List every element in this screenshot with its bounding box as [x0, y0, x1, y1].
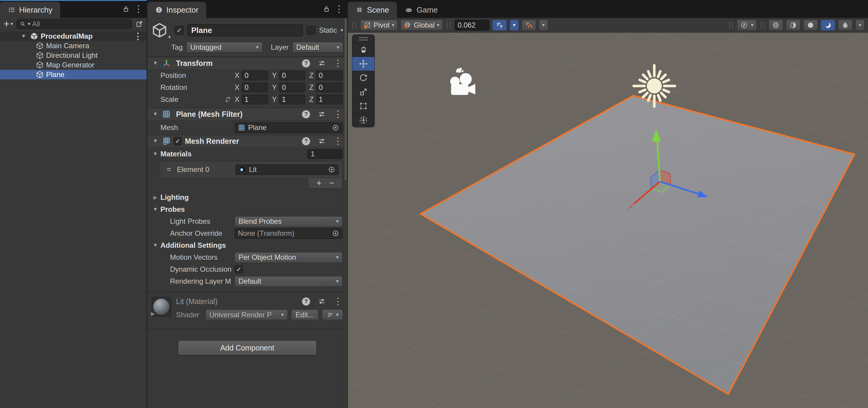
foldout-open-icon[interactable]: ▼: [151, 60, 159, 66]
gameobject-icon-selector[interactable]: ▾: [151, 22, 171, 38]
hierarchy-item-scene-root[interactable]: ▼ ProceduralMap ⋮: [0, 31, 147, 41]
lighting-foldout-row[interactable]: ▶ Lighting: [147, 192, 347, 203]
link-broken-icon[interactable]: [224, 96, 232, 103]
component-menu-icon[interactable]: ⋮: [334, 137, 342, 146]
hierarchy-search-input[interactable]: ▾ All: [16, 19, 132, 29]
object-picker-icon[interactable]: [328, 166, 335, 173]
toolbar-drag-handle[interactable]: [761, 22, 765, 29]
rotation-z-field[interactable]: 0: [316, 83, 342, 92]
layer-dropdown[interactable]: Default ▾: [292, 42, 343, 52]
inspector-scrollbar[interactable]: [344, 18, 347, 408]
lock-icon[interactable]: [323, 5, 331, 13]
shader-edit-button[interactable]: Edit...: [291, 310, 318, 320]
create-object-button[interactable]: + ▾: [4, 20, 13, 28]
position-y-field[interactable]: 0: [279, 71, 305, 80]
grid-snap-dropdown[interactable]: ▾: [510, 20, 519, 31]
rect-tool[interactable]: [352, 99, 374, 113]
draw-mode-button[interactable]: ▾: [737, 20, 757, 31]
move-tool[interactable]: [352, 57, 374, 71]
shaded-mode-toggle[interactable]: [803, 20, 818, 31]
presets-icon[interactable]: [318, 110, 326, 118]
help-icon[interactable]: ?: [302, 137, 310, 145]
pivot-mode-button[interactable]: Pivot ▾: [360, 20, 398, 31]
foldout-open-icon[interactable]: ▼: [151, 111, 159, 117]
presets-icon[interactable]: [318, 59, 326, 67]
tab-inspector[interactable]: Inspector: [147, 2, 206, 18]
static-flags-caret-icon[interactable]: ▾: [341, 28, 343, 33]
material-inspector-header[interactable]: ▶ Lit (Material) ? ⋮ Shader Universal Re…: [147, 291, 347, 324]
overlay-drag-handle[interactable]: [352, 35, 374, 42]
scene-lighting-toggle[interactable]: [821, 20, 835, 31]
scale-z-field[interactable]: 1: [316, 95, 342, 104]
foldout-closed-icon[interactable]: ▶: [151, 195, 159, 201]
hierarchy-item-map-generator[interactable]: Map Generator: [0, 60, 147, 70]
search-filter-caret-icon[interactable]: ▾: [28, 22, 30, 26]
snap-increment-button[interactable]: [522, 20, 536, 31]
motion-vectors-dropdown[interactable]: Per Object Motion ▾: [235, 252, 342, 263]
shader-dropdown[interactable]: Universal Render P ▾: [206, 310, 288, 320]
rotation-y-field[interactable]: 0: [279, 83, 305, 92]
additional-settings-row[interactable]: ▼ Additional Settings: [147, 239, 347, 251]
remove-material-button[interactable]: −: [329, 178, 334, 188]
static-checkbox[interactable]: [307, 26, 315, 35]
transform-tool[interactable]: [352, 113, 374, 127]
component-enabled-checkbox[interactable]: ✓: [174, 137, 182, 145]
active-checkbox[interactable]: ✓: [175, 26, 184, 35]
material-object-field[interactable]: Lit: [236, 165, 339, 175]
material-menu-button[interactable]: ▾: [322, 310, 343, 320]
add-material-button[interactable]: +: [316, 178, 321, 188]
rotation-x-field[interactable]: 0: [242, 83, 268, 92]
help-icon[interactable]: ?: [302, 59, 310, 67]
foldout-open-icon[interactable]: ▼: [151, 242, 159, 248]
global-mode-button[interactable]: Global ▾: [401, 20, 442, 31]
light-probes-dropdown[interactable]: Blend Probes ▾: [235, 216, 342, 227]
mesh-object-field[interactable]: Plane: [235, 122, 342, 133]
foldout-closed-icon[interactable]: ▶: [149, 311, 157, 317]
pop-out-icon[interactable]: [135, 20, 143, 28]
debug-mode-button[interactable]: [838, 20, 852, 31]
material-element-row[interactable]: = Element 0 Lit: [160, 161, 342, 178]
scale-y-field[interactable]: 1: [279, 95, 305, 104]
shaded-wireframe-toggle[interactable]: [786, 20, 800, 31]
help-icon[interactable]: ?: [302, 110, 310, 118]
view-hand-tool[interactable]: [352, 42, 374, 57]
hierarchy-item-main-camera[interactable]: Main Camera: [0, 41, 147, 51]
rotate-tool[interactable]: [352, 71, 374, 85]
foldout-open-icon[interactable]: ▼: [20, 33, 28, 39]
scene-viewport[interactable]: [348, 33, 868, 408]
anchor-override-field[interactable]: None (Transform): [235, 228, 342, 239]
scale-tool[interactable]: [352, 85, 374, 99]
presets-icon[interactable]: [318, 137, 326, 145]
transform-component-header[interactable]: ▼ Transform ? ⋮: [147, 57, 347, 69]
mesh-filter-header[interactable]: ▼ Plane (Mesh Filter) ? ⋮: [147, 108, 347, 120]
object-picker-icon[interactable]: [332, 230, 339, 237]
grid-size-field[interactable]: 0.062: [455, 20, 489, 31]
tab-hierarchy[interactable]: Hierarchy: [0, 2, 60, 18]
component-menu-icon[interactable]: ⋮: [334, 59, 342, 68]
grid-snap-y-button[interactable]: [492, 20, 507, 31]
lock-icon[interactable]: [122, 5, 130, 13]
hierarchy-item-directional-light[interactable]: Directional Light: [0, 51, 147, 60]
foldout-open-icon[interactable]: ▼: [151, 138, 159, 144]
panel-menu-icon[interactable]: ⋮: [134, 4, 143, 13]
drag-handle-icon[interactable]: =: [164, 165, 174, 174]
rendering-layer-dropdown[interactable]: Default ▾: [235, 276, 342, 287]
object-picker-icon[interactable]: [332, 124, 339, 131]
debug-dropdown[interactable]: ▾: [856, 20, 864, 31]
foldout-open-icon[interactable]: ▼: [151, 206, 159, 212]
scene-options-icon[interactable]: ⋮: [133, 32, 143, 41]
scene-visibility-toggle[interactable]: [769, 20, 783, 31]
gameobject-name-field[interactable]: Plane: [187, 24, 303, 36]
snap-settings-dropdown[interactable]: ▾: [539, 20, 548, 31]
scale-x-field[interactable]: 1: [242, 95, 268, 104]
tag-dropdown[interactable]: Untagged ▾: [186, 42, 262, 52]
presets-icon[interactable]: [318, 297, 326, 305]
hierarchy-item-plane[interactable]: Plane: [0, 70, 147, 79]
add-component-button[interactable]: Add Component: [178, 341, 316, 355]
tab-game[interactable]: Game: [397, 2, 446, 18]
toolbar-drag-handle[interactable]: [352, 22, 356, 29]
foldout-open-icon[interactable]: ▼: [151, 151, 159, 157]
materials-row[interactable]: ▼ Materials 1: [147, 147, 347, 161]
position-z-field[interactable]: 0: [316, 71, 342, 80]
tab-scene[interactable]: Scene: [348, 2, 397, 18]
